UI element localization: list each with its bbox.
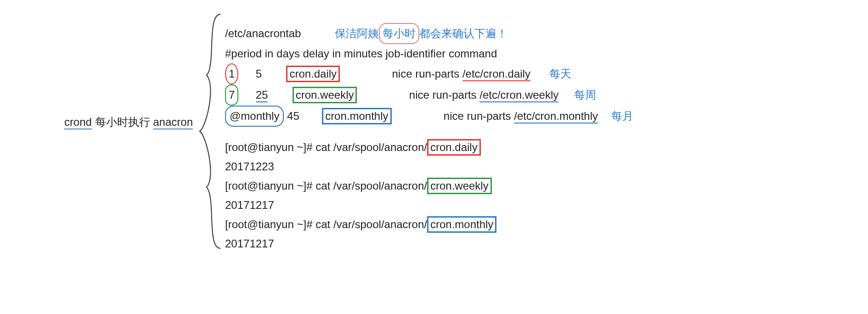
cmd-b: /etc/cron.weekly	[479, 89, 558, 102]
left-t1: crond	[64, 116, 92, 129]
file: cron.weekly	[427, 178, 492, 194]
label: 每月	[611, 110, 633, 122]
period: 1	[225, 63, 238, 84]
period: @monthly	[225, 106, 284, 127]
file: cron.daily	[427, 139, 481, 156]
left-caption: crond 每小时执行 anacron	[14, 9, 197, 129]
term-out-3: 20171217	[225, 234, 854, 253]
delay: 45	[287, 110, 299, 122]
entry-weekly: 7 25 cron.weekly nice run-parts /etc/cro…	[225, 84, 854, 106]
term-line-3: [root@tianyun ~]# cat /var/spool/anacron…	[225, 215, 854, 234]
cmd: cat /var/spool/anacron/	[316, 218, 427, 230]
cmd: cat /var/spool/anacron/	[316, 141, 427, 153]
entry-monthly: @monthly 45 cron.monthly nice run-parts …	[225, 106, 854, 127]
file: cron.monthly	[427, 216, 496, 233]
job-id: cron.monthly	[322, 108, 391, 124]
term-out-2: 20171217	[225, 196, 854, 215]
header-row: /etc/anacrontab 保洁阿姨每小时都会来确认下遍！	[225, 23, 854, 44]
anacrontab-path: /etc/anacrontab	[225, 27, 301, 39]
left-t3: anacron	[153, 116, 193, 129]
term-out-1: 20171223	[225, 157, 854, 176]
brace-icon	[197, 9, 225, 253]
term-line-1: [root@tianyun ~]# cat /var/spool/anacron…	[225, 138, 854, 157]
delay: 5	[256, 67, 262, 80]
content: /etc/anacrontab 保洁阿姨每小时都会来确认下遍！ #period …	[225, 9, 854, 253]
term-line-2: [root@tianyun ~]# cat /var/spool/anacron…	[225, 176, 854, 196]
note-b: 每小时	[379, 23, 419, 44]
comment-row: #period in days delay in minutes job-ide…	[225, 44, 854, 63]
job-id: cron.daily	[286, 66, 340, 82]
delay: 25	[256, 89, 268, 102]
cmd-a: nice run-parts	[409, 89, 479, 101]
note-a: 保洁阿姨	[335, 27, 379, 39]
period: 7	[225, 84, 238, 106]
note-c: 都会来确认下遍！	[419, 27, 507, 39]
prompt: [root@tianyun ~]#	[225, 218, 316, 230]
prompt: [root@tianyun ~]#	[225, 179, 316, 192]
cmd-b: /etc/cron.monthly	[514, 110, 598, 123]
cmd-a: nice run-parts	[392, 67, 462, 80]
left-t2: 每小时执行	[95, 116, 150, 128]
cmd-b: /etc/cron.daily	[462, 67, 530, 81]
label: 每天	[549, 67, 571, 80]
prompt: [root@tianyun ~]#	[225, 141, 316, 153]
job-id: cron.weekly	[293, 87, 357, 103]
label: 每周	[574, 89, 596, 101]
cmd-a: nice run-parts	[444, 110, 514, 122]
cmd: cat /var/spool/anacron/	[316, 179, 427, 192]
entry-daily: 1 5 cron.daily nice run-parts /etc/cron.…	[225, 63, 854, 84]
